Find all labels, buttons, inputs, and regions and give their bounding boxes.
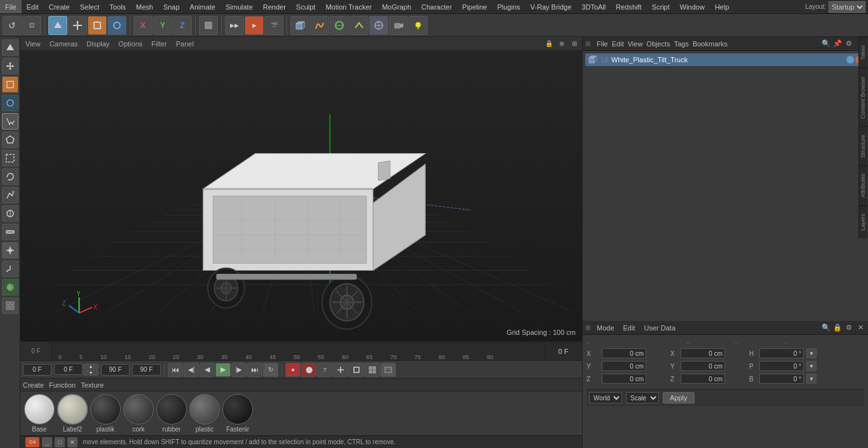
render-region-button[interactable]: ▶▶ — [225, 16, 244, 35]
key-frame-button[interactable] — [349, 363, 364, 377]
model-mode-button[interactable] — [48, 16, 67, 35]
attr-p-stepper[interactable]: ▼ — [806, 361, 817, 371]
objects-file[interactable]: File — [597, 40, 608, 48]
viewport-3d[interactable]: Perspective — [20, 51, 582, 341]
material-rubber[interactable]: rubber — [156, 394, 187, 433]
material-plastik[interactable]: plastik — [90, 394, 121, 433]
attr-z-size-input[interactable] — [681, 374, 725, 384]
viewport-tab-display[interactable]: Display — [84, 40, 112, 48]
menu-select[interactable]: Select — [75, 0, 105, 13]
viewport-layout-button[interactable]: ⊞ — [569, 39, 580, 49]
frame-down-button[interactable]: ▼ — [83, 370, 98, 376]
sidebar-box-select-button[interactable] — [2, 150, 18, 166]
menu-create[interactable]: Create — [44, 0, 75, 13]
attr-x-pos-input[interactable] — [602, 348, 646, 358]
attr-x-size-input[interactable] — [681, 348, 725, 358]
side-tab-content-browser[interactable]: Content Browser — [859, 68, 868, 126]
gear-icon[interactable]: ⚙ — [844, 39, 854, 49]
menu-mesh[interactable]: Mesh — [131, 0, 158, 13]
attributes-user-data[interactable]: User Data — [644, 324, 676, 332]
layout-dropdown[interactable]: Startup — [829, 1, 865, 13]
search-icon[interactable]: 🔍 — [821, 39, 831, 49]
menu-animate[interactable]: Animate — [185, 0, 220, 13]
viewport-tab-cameras[interactable]: Cameras — [47, 40, 81, 48]
attr-h-stepper[interactable]: ▼ — [806, 348, 817, 358]
frame-end2-input[interactable] — [132, 364, 161, 376]
sidebar-extrude-button[interactable] — [2, 205, 18, 222]
material-fastenir[interactable]: Fastenir — [222, 394, 253, 433]
cube-button[interactable] — [290, 16, 309, 35]
side-tab-takes[interactable]: Takes — [859, 37, 868, 68]
menu-render[interactable]: Render — [258, 0, 291, 13]
menu-snap[interactable]: Snap — [158, 0, 185, 13]
viewport-tab-filter[interactable]: Filter — [149, 40, 169, 48]
material-label2[interactable]: Label2 — [57, 394, 88, 433]
object-item-truck[interactable]: L0 White_Plastic_Tilt_Truck — [585, 53, 865, 66]
material-base[interactable]: Base — [24, 394, 55, 433]
sidebar-scale-button[interactable] — [2, 76, 18, 93]
sidebar-rotate-button[interactable] — [2, 95, 18, 111]
timeline-ruler[interactable]: 0 5 10 15 20 25 30 35 40 45 50 55 60 65 … — [52, 342, 544, 360]
materials-create[interactable]: Create — [23, 381, 44, 389]
next-frame-button[interactable]: |▶ — [231, 363, 247, 377]
sidebar-paint-button[interactable]: S — [2, 279, 18, 295]
side-tab-structure[interactable]: Structure — [859, 126, 868, 166]
record-button[interactable]: ● — [285, 363, 301, 377]
minimize-icon[interactable]: _ — [42, 437, 52, 447]
menu-motion-tracker[interactable]: Motion Tracker — [320, 0, 377, 13]
motion-button[interactable]: ? — [317, 363, 332, 377]
attr-gear-icon[interactable]: ⚙ — [844, 323, 854, 333]
sidebar-select-button[interactable] — [2, 113, 18, 130]
frame-start-input[interactable] — [23, 364, 51, 376]
rotate-tool-button[interactable] — [107, 16, 126, 35]
material-cork[interactable]: cork — [123, 394, 154, 433]
menu-plugins[interactable]: Plugins — [492, 0, 525, 13]
frame-up-button[interactable]: ▲ — [83, 363, 98, 369]
goto-end-button[interactable]: ⏭ — [247, 363, 262, 377]
attr-b-stepper[interactable]: ▼ — [806, 374, 817, 384]
viewport-lock-button[interactable]: 🔒 — [544, 39, 554, 49]
materials-texture[interactable]: Texture — [81, 381, 104, 389]
x-axis-button[interactable]: X — [133, 16, 153, 35]
sidebar-subdivide-button[interactable] — [2, 297, 18, 314]
apply-button[interactable]: Apply — [663, 392, 695, 404]
objects-edit[interactable]: Edit — [612, 40, 624, 48]
frame-current-input[interactable] — [54, 363, 83, 375]
undo-button[interactable]: ↺ — [3, 16, 22, 35]
key-all-button[interactable] — [365, 363, 380, 377]
side-tab-layers[interactable]: Layers — [859, 205, 868, 238]
materials-function[interactable]: Function — [49, 381, 76, 389]
render-all-button[interactable]: 🎬 — [264, 16, 283, 35]
menu-window[interactable]: Window — [675, 0, 710, 13]
sidebar-poly-button[interactable] — [2, 132, 18, 148]
menu-edit[interactable]: Edit — [22, 0, 44, 13]
sidebar-snap-button[interactable] — [2, 242, 18, 259]
menu-tools[interactable]: Tools — [104, 0, 131, 13]
maximize-icon[interactable]: □ — [55, 437, 65, 447]
y-axis-button[interactable]: Y — [153, 16, 172, 35]
world-dropdown[interactable]: World — [589, 392, 622, 404]
light-button[interactable] — [409, 16, 428, 35]
menu-sculpt[interactable]: Sculpt — [291, 0, 321, 13]
attr-h-input[interactable] — [759, 348, 804, 358]
object-button[interactable] — [199, 16, 218, 35]
frame-end-input[interactable] — [101, 364, 130, 376]
viewport-expand-button[interactable]: ⊕ — [557, 39, 567, 49]
side-tab-attributes[interactable]: Attributes — [859, 165, 868, 205]
play-forward-button[interactable]: ▶ — [215, 363, 231, 377]
attributes-mode[interactable]: Mode — [597, 324, 614, 332]
prev-frame-button[interactable]: ◀| — [184, 363, 199, 377]
render-active-button[interactable]: ▶ — [245, 16, 264, 35]
pin-icon[interactable]: 📌 — [832, 39, 843, 49]
auto-key-button[interactable]: ⬤ — [301, 363, 316, 377]
attr-lock-icon[interactable]: 🔒 — [832, 323, 843, 333]
sidebar-brush-button[interactable] — [2, 261, 18, 277]
objects-bookmarks[interactable]: Bookmarks — [693, 40, 728, 48]
scale-tool-button[interactable] — [88, 16, 107, 35]
menu-simulate[interactable]: Simulate — [220, 0, 258, 13]
loop-button[interactable]: ↻ — [263, 363, 278, 377]
play-back-button[interactable]: ◀ — [200, 363, 215, 377]
move-tool-button[interactable] — [68, 16, 87, 35]
menu-vray[interactable]: V-Ray Bridge — [526, 0, 577, 13]
attr-b-input[interactable] — [759, 374, 804, 384]
